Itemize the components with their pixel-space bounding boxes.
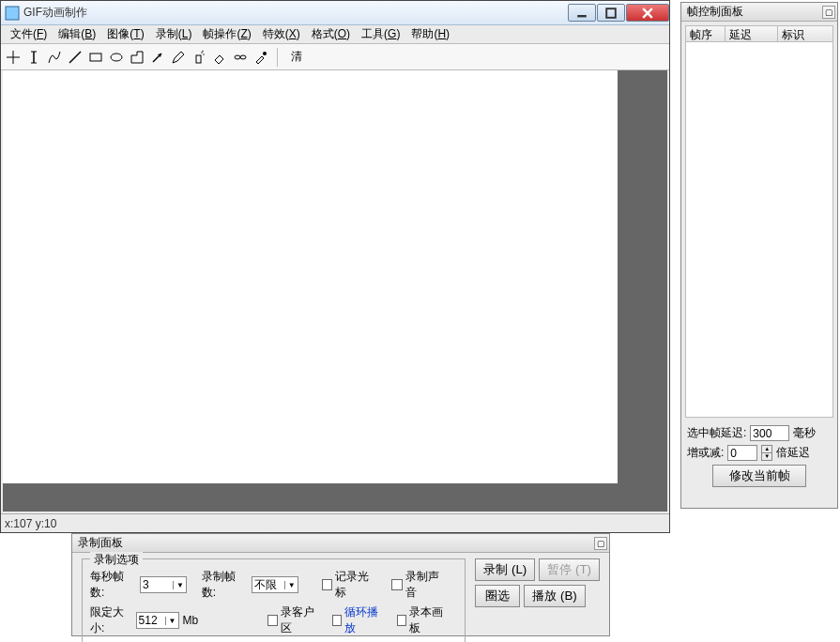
ellipse-icon[interactable] bbox=[108, 49, 125, 66]
adjust-label: 增或减: bbox=[687, 445, 724, 461]
curve-icon[interactable] bbox=[46, 49, 63, 66]
menu-t[interactable]: 图像(T) bbox=[101, 26, 149, 42]
svg-rect-14 bbox=[196, 55, 201, 63]
toolbar: 清 bbox=[1, 44, 669, 70]
svg-rect-2 bbox=[606, 8, 616, 18]
cursor-checkbox[interactable]: 记录光标 bbox=[322, 569, 378, 601]
eyedropper-icon[interactable] bbox=[252, 49, 269, 66]
select-region-button[interactable]: 圈选 bbox=[475, 585, 520, 607]
play-button[interactable]: 播放 (B) bbox=[524, 585, 585, 607]
adjust-unit: 倍延迟 bbox=[776, 445, 810, 461]
frame-panel-title[interactable]: 帧控制面板 ▢ bbox=[681, 3, 837, 22]
svg-point-15 bbox=[201, 52, 202, 53]
svg-point-20 bbox=[263, 52, 267, 55]
minimize-button[interactable] bbox=[568, 4, 596, 22]
menu-g[interactable]: 工具(G) bbox=[356, 26, 405, 42]
clear-button[interactable]: 清 bbox=[285, 49, 308, 65]
adjust-input[interactable] bbox=[727, 445, 757, 461]
fps-label: 每秒帧数: bbox=[90, 569, 136, 601]
move-cross-icon[interactable] bbox=[5, 49, 22, 66]
svg-point-16 bbox=[203, 54, 204, 54]
eraser-icon[interactable] bbox=[211, 49, 228, 66]
col-order[interactable]: 帧序 bbox=[686, 26, 725, 41]
size-label: 限定大小: bbox=[90, 604, 132, 636]
record-panel-title-label: 录制面板 bbox=[78, 535, 123, 551]
svg-point-19 bbox=[240, 55, 246, 59]
line-icon[interactable] bbox=[67, 49, 84, 66]
svg-point-18 bbox=[235, 55, 240, 59]
delay-unit: 毫秒 bbox=[793, 425, 816, 441]
maximize-button[interactable] bbox=[597, 4, 625, 22]
menu-bar: 文件(F)编辑(B)图像(T)录制(L)帧操作(Z)特效(X)格式(O)工具(G… bbox=[1, 25, 669, 44]
svg-line-10 bbox=[69, 52, 81, 63]
app-icon bbox=[5, 6, 20, 21]
rec-frames-label: 录制帧数: bbox=[202, 569, 248, 601]
fps-select[interactable]: 3▼ bbox=[140, 576, 187, 593]
arrow-icon[interactable] bbox=[149, 49, 166, 66]
svg-rect-11 bbox=[90, 54, 101, 61]
menu-o[interactable]: 格式(O) bbox=[306, 26, 356, 42]
col-tag[interactable]: 标识 bbox=[778, 26, 832, 41]
svg-point-17 bbox=[202, 50, 203, 51]
frame-list[interactable] bbox=[685, 42, 833, 418]
window-title: GIF动画制作 bbox=[23, 5, 567, 21]
menu-h[interactable]: 帮助(H) bbox=[405, 26, 455, 42]
client-checkbox[interactable]: 录客户区 bbox=[267, 604, 319, 636]
pencil-icon[interactable] bbox=[170, 49, 187, 66]
sound-checkbox[interactable]: 录制声音 bbox=[391, 569, 448, 601]
canvas[interactable] bbox=[3, 70, 618, 483]
menu-z[interactable]: 帧操作(Z) bbox=[197, 26, 256, 42]
menu-l[interactable]: 录制(L) bbox=[150, 26, 198, 42]
spray-icon[interactable] bbox=[191, 49, 207, 66]
svg-rect-0 bbox=[6, 7, 19, 20]
record-options-legend: 录制选项 bbox=[90, 552, 143, 568]
pause-button[interactable]: 暂停 (T) bbox=[539, 558, 600, 581]
status-bar: x:107 y:10 bbox=[1, 513, 669, 532]
size-unit: Mb bbox=[183, 614, 199, 627]
frame-control-panel: 帧控制面板 ▢ 帧序 延迟 标识 选中帧延迟: 毫秒 增或减: ▲▼ 倍延迟 修… bbox=[680, 2, 838, 509]
main-window: GIF动画制作 文件(F)编辑(B)图像(T)录制(L)帧操作(Z)特效(X)格… bbox=[0, 0, 670, 533]
close-button[interactable] bbox=[626, 4, 669, 22]
menu-b[interactable]: 编辑(B) bbox=[53, 26, 101, 42]
col-delay[interactable]: 延迟 bbox=[725, 26, 778, 41]
frame-list-header: 帧序 延迟 标识 bbox=[685, 25, 833, 42]
delay-label: 选中帧延迟: bbox=[687, 425, 746, 441]
delay-input[interactable] bbox=[750, 425, 789, 441]
frame-panel-close-icon[interactable]: ▢ bbox=[822, 6, 835, 19]
cursor-coords: x:107 y:10 bbox=[5, 517, 56, 530]
record-options-fieldset: 录制选项 每秒帧数: 3▼ 录制帧数: 不限▼ 记录光标 录制声音 限定大小: … bbox=[82, 558, 466, 642]
record-panel: 录制面板 ▢ 录制选项 每秒帧数: 3▼ 录制帧数: 不限▼ 记录光标 录制声音… bbox=[71, 533, 610, 636]
record-panel-close-icon[interactable]: ▢ bbox=[594, 537, 607, 550]
loop-checkbox[interactable]: 循环播放 bbox=[332, 604, 384, 636]
menu-x[interactable]: 特效(X) bbox=[257, 26, 306, 42]
titlebar[interactable]: GIF动画制作 bbox=[1, 1, 669, 25]
frame-panel-title-label: 帧控制面板 bbox=[687, 4, 743, 20]
canvas-viewport[interactable] bbox=[3, 70, 667, 512]
rec-frames-select[interactable]: 不限▼ bbox=[252, 576, 298, 593]
record-button[interactable]: 录制 (L) bbox=[475, 558, 535, 581]
canvas-checkbox[interactable]: 录本画板 bbox=[397, 604, 449, 636]
rect-icon[interactable] bbox=[87, 49, 104, 66]
link-icon[interactable] bbox=[232, 49, 249, 66]
toolbar-separator bbox=[277, 48, 278, 67]
polygon-icon[interactable] bbox=[129, 49, 145, 66]
text-caret-icon[interactable] bbox=[25, 49, 42, 66]
modify-frame-button[interactable]: 修改当前帧 bbox=[712, 465, 806, 487]
record-panel-title[interactable]: 录制面板 ▢ bbox=[72, 534, 609, 553]
adjust-spinner[interactable]: ▲▼ bbox=[761, 445, 772, 461]
size-select[interactable]: 512▼ bbox=[136, 612, 179, 629]
menu-f[interactable]: 文件(F) bbox=[5, 26, 53, 42]
svg-point-12 bbox=[111, 54, 122, 61]
